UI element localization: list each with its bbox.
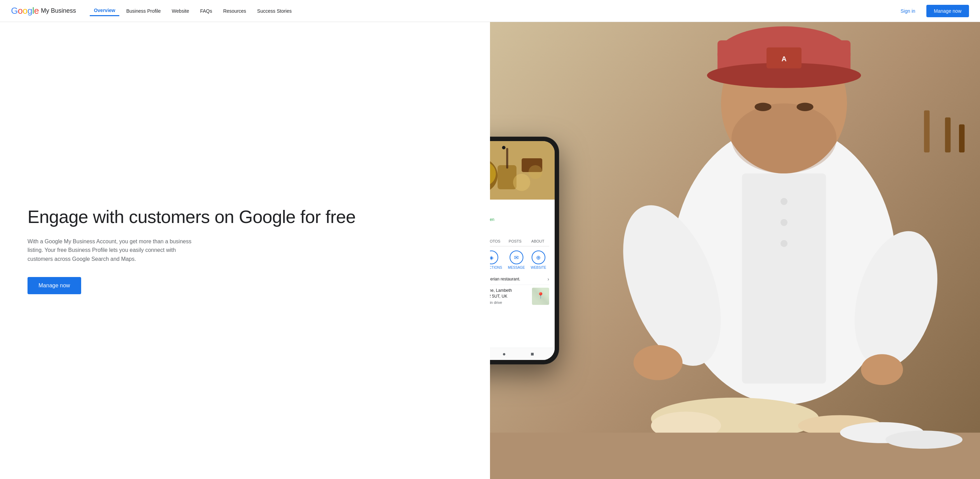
g-blue2: g — [27, 5, 32, 16]
phone-photo-svg — [490, 141, 555, 200]
nav-link-resources[interactable]: Resources — [219, 6, 250, 16]
nav-link-overview[interactable]: Overview — [90, 5, 119, 16]
g-red: o — [18, 5, 23, 16]
svg-point-28 — [781, 198, 788, 205]
phone-outer: Khamsa 4.8 ★★★★★ Restaurant · Open + Fol… — [490, 137, 559, 364]
chevron-right-icon: › — [547, 276, 549, 282]
phone-action-website[interactable]: ⊕ WEBSITE — [531, 251, 546, 270]
svg-point-19 — [732, 104, 836, 174]
message-icon: ✉ — [510, 251, 523, 264]
address-line1: 140 Acre Lane, Lambeth — [490, 288, 529, 294]
nav-links: Overview Business Profile Website FAQs R… — [90, 5, 895, 16]
navigation: Google My Business Overview Business Pro… — [0, 0, 980, 22]
phone-photo-area — [490, 141, 555, 200]
phone-biz-name: Khamsa — [490, 204, 549, 211]
phone-tab-about[interactable]: ABOUT — [527, 237, 549, 246]
svg-point-15 — [633, 345, 682, 380]
hero-section: Engage with customers on Google for free… — [0, 22, 980, 479]
phone-address-row: 📍 140 Acre Lane, Lambeth London SW2 5UT,… — [490, 288, 549, 305]
website-label: WEBSITE — [531, 266, 546, 270]
website-icon: ⊕ — [531, 251, 546, 264]
phone-tabs: OVERVIEW PHOTOS POSTS ABOUT — [490, 237, 549, 246]
phone-tab-photos[interactable]: PHOTOS — [490, 237, 504, 246]
svg-point-29 — [781, 219, 788, 226]
phone-description-row[interactable]: Khamsa is an Algerian restaurant. › — [490, 273, 549, 285]
g-yellow: o — [23, 5, 27, 16]
directions-icon: ◈ — [490, 251, 498, 264]
phone-actions: 📞 CALL ◈ DIRECTIONS ✉ MESSAGE — [490, 251, 549, 270]
google-logo-text: Google — [11, 5, 39, 16]
svg-rect-40 — [498, 165, 517, 189]
nav-link-success-stories[interactable]: Success Stories — [253, 6, 296, 16]
phone-status: Open — [490, 217, 495, 222]
sign-in-button[interactable]: Sign in — [895, 5, 921, 16]
svg-text:A: A — [781, 55, 787, 62]
phone-address-text: 140 Acre Lane, Lambeth London SW2 5UT, U… — [490, 288, 529, 305]
phone-bottom-bar: ◀ ● ■ — [490, 348, 555, 360]
g-blue: G — [11, 5, 18, 16]
g-red2: e — [34, 5, 39, 16]
phone-action-directions[interactable]: ◈ DIRECTIONS — [490, 251, 502, 270]
address-distance: 3.7 km · 10 min drive — [490, 300, 529, 305]
svg-rect-10 — [945, 117, 950, 152]
svg-point-30 — [781, 240, 788, 247]
map-pin-red-icon: 📍 — [537, 292, 544, 299]
svg-point-24 — [797, 102, 814, 111]
phone-camera — [502, 146, 506, 149]
hero-right: A — [490, 22, 980, 479]
phone-screen: Khamsa 4.8 ★★★★★ Restaurant · Open + Fol… — [490, 141, 555, 360]
directions-label: DIRECTIONS — [490, 266, 502, 270]
nav-link-website[interactable]: Website — [168, 6, 193, 16]
hero-subtitle: With a Google My Business Account, you g… — [27, 237, 192, 263]
logo[interactable]: Google My Business — [11, 5, 76, 16]
svg-point-23 — [755, 102, 772, 111]
hero-left: Engage with customers on Google for free… — [0, 22, 490, 479]
svg-rect-11 — [959, 125, 964, 152]
svg-rect-9 — [924, 110, 929, 152]
phone-tab-posts[interactable]: POSTS — [504, 237, 527, 246]
chef-illustration: A — [490, 22, 980, 479]
hero-title: Engage with customers on Google for free — [27, 207, 463, 227]
phone-action-message[interactable]: ✉ MESSAGE — [508, 251, 525, 270]
manage-now-button-nav[interactable]: Manage now — [926, 5, 969, 17]
nav-link-business-profile[interactable]: Business Profile — [122, 6, 165, 16]
phone-category: Restaurant · Open — [490, 217, 549, 222]
phone-map-thumbnail[interactable]: 📍 — [532, 288, 549, 305]
svg-rect-42 — [506, 148, 508, 169]
phone-mockup: Khamsa 4.8 ★★★★★ Restaurant · Open + Fol… — [490, 137, 559, 364]
svg-point-36 — [885, 431, 963, 449]
nav-link-faqs[interactable]: FAQs — [196, 6, 216, 16]
nav-actions: Sign in Manage now — [895, 5, 969, 17]
phone-home-button[interactable]: ● — [503, 351, 506, 357]
svg-point-16 — [861, 354, 903, 385]
svg-point-44 — [513, 174, 530, 191]
logo-text: My Business — [41, 7, 76, 14]
message-label: MESSAGE — [508, 266, 525, 270]
phone-description-text: Khamsa is an Algerian restaurant. — [490, 277, 520, 281]
phone-content-area: Khamsa 4.8 ★★★★★ Restaurant · Open + Fol… — [490, 200, 555, 348]
address-line2: London SW2 5UT, UK — [490, 294, 529, 299]
svg-point-45 — [528, 165, 542, 179]
manage-now-button-hero[interactable]: Manage now — [27, 277, 81, 294]
phone-recents-button[interactable]: ■ — [531, 351, 534, 357]
phone-rating-row: 4.8 ★★★★★ — [490, 211, 549, 216]
